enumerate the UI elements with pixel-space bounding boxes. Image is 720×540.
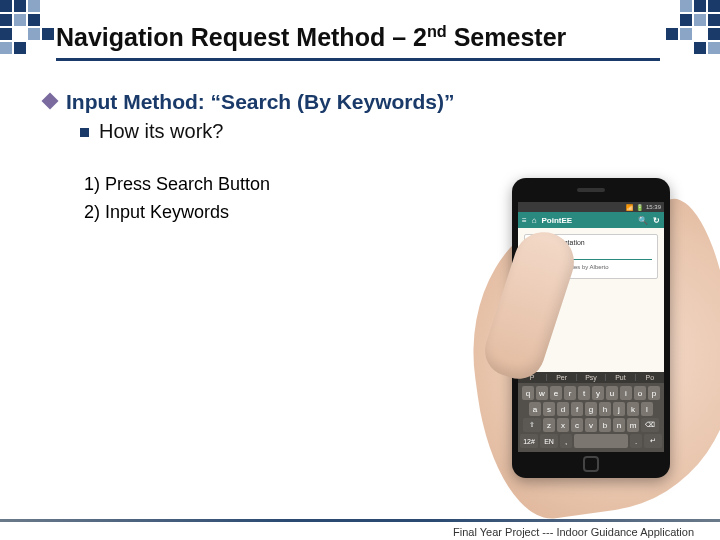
key-l[interactable]: l [641,402,653,416]
title-post: Semester [447,23,567,51]
key-m[interactable]: m [627,418,639,432]
key-.[interactable]: . [630,434,642,448]
key-z[interactable]: z [543,418,555,432]
key-row-2: asdfghjkl [520,402,662,416]
key-n[interactable]: n [613,418,625,432]
key-r[interactable]: r [564,386,576,400]
square-bullet-icon [80,128,89,137]
battery-icon: 🔋 [636,204,643,211]
refresh-icon[interactable]: ↻ [653,216,660,225]
suggestion[interactable]: Per [547,374,576,381]
corner-deco-right [666,0,720,54]
title-pre: Navigation Request Method – 2 [56,23,427,51]
key-p[interactable]: p [648,386,660,400]
key-s[interactable]: s [543,402,555,416]
phone-in-hand-illustration: 📶 🔋 15:39 ≡ ⌂ PointEE 🔍 ↻ FYP Presentati… [484,170,694,500]
bullet-level-2: How its work? [80,120,680,143]
key-y[interactable]: y [592,386,604,400]
diamond-bullet-icon [42,93,59,110]
app-bar: ≡ ⌂ PointEE 🔍 ↻ [518,212,664,228]
key-f[interactable]: f [571,402,583,416]
key-x[interactable]: x [557,418,569,432]
key-t[interactable]: t [578,386,590,400]
key-⇧[interactable]: ⇧ [523,418,541,432]
key-a[interactable]: a [529,402,541,416]
key-⌫[interactable]: ⌫ [641,418,659,432]
status-bar: 📶 🔋 15:39 [518,202,664,212]
key-row-4: 12#EN, .↵ [520,434,662,448]
suggestion[interactable]: Po [636,374,664,381]
search-icon[interactable]: 🔍 [638,216,648,225]
key-v[interactable]: v [585,418,597,432]
key-k[interactable]: k [627,402,639,416]
status-time: 15:39 [646,204,661,210]
key-q[interactable]: q [522,386,534,400]
key-row-3: ⇧zxcvbnm⌫ [520,418,662,432]
home-button[interactable] [583,456,599,472]
corner-deco-left [0,0,54,54]
app-title: PointEE [542,216,573,225]
bullet2-text: How its work? [99,120,223,142]
key-e[interactable]: e [550,386,562,400]
key-,[interactable]: , [560,434,572,448]
key-↵[interactable]: ↵ [644,434,662,448]
phone-speaker [577,188,605,192]
suggestion-row: P Per Psy Put Po [518,372,664,383]
slide-title: Navigation Request Method – 2nd Semester [56,22,660,61]
key-o[interactable]: o [634,386,646,400]
suggestion[interactable]: Psy [577,374,606,381]
key-row-1: qwertyuiop [520,386,662,400]
footer-text: Final Year Project --- Indoor Guidance A… [453,526,694,538]
suggestion[interactable]: Put [606,374,635,381]
title-sup: nd [427,22,447,40]
menu-icon[interactable]: ≡ [522,216,527,225]
footer-divider [0,519,720,522]
key-i[interactable]: i [620,386,632,400]
soft-keyboard: P Per Psy Put Po qwertyuiop asdfghjkl ⇧z… [518,372,664,452]
home-icon[interactable]: ⌂ [532,216,537,225]
key-u[interactable]: u [606,386,618,400]
bullet-level-1: Input Method: “Search (By Keywords)” [44,90,680,114]
key-h[interactable]: h [599,402,611,416]
key-d[interactable]: d [557,402,569,416]
key-12#[interactable]: 12# [520,434,538,448]
key-w[interactable]: w [536,386,548,400]
wifi-icon: 📶 [626,204,633,211]
key-EN[interactable]: EN [540,434,558,448]
key-g[interactable]: g [585,402,597,416]
key-c[interactable]: c [571,418,583,432]
key-j[interactable]: j [613,402,625,416]
key-b[interactable]: b [599,418,611,432]
key- [interactable] [574,434,628,448]
bullet1-text: Input Method: “Search (By Keywords)” [66,90,455,113]
